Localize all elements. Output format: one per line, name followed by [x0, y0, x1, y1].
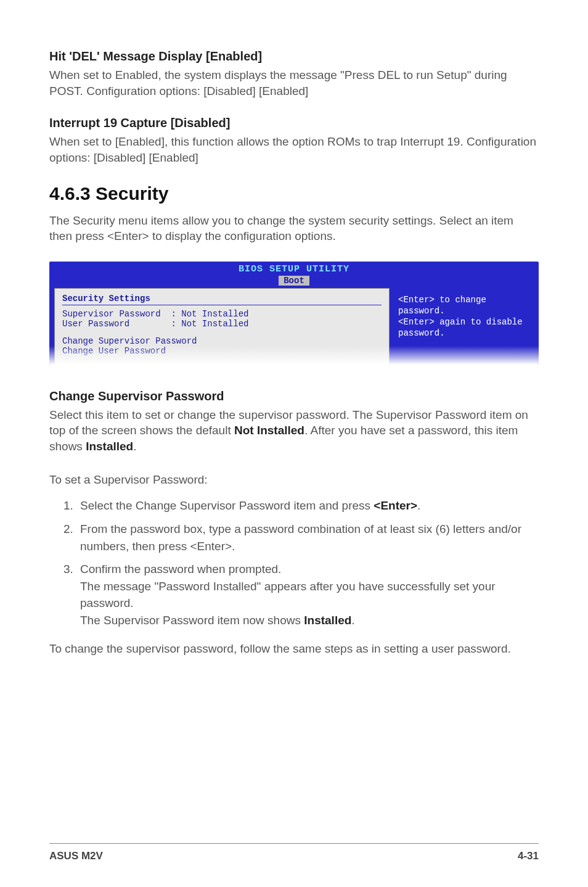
bold-enter: <Enter>	[374, 499, 417, 512]
body-interrupt-19: When set to [Enabled], this function all…	[49, 134, 539, 165]
bios-row-supervisor: Supervisor Password : Not Installed	[62, 309, 382, 319]
bios-value-supervisor: : Not Installed	[171, 309, 248, 319]
heading-security: 4.6.3 Security	[49, 183, 539, 204]
bios-panel: BIOS SETUP UTILITY Boot Security Setting…	[49, 262, 539, 365]
bios-divider	[62, 305, 382, 305]
text-frag: Confirm the password when prompted.	[80, 563, 281, 576]
bold-not-installed: Not Installed	[234, 424, 304, 437]
bios-label-user: User Password	[62, 319, 129, 329]
text-frag: The Supervisor Password item now shows	[80, 614, 304, 627]
step-3: Confirm the password when prompted. The …	[76, 561, 539, 629]
body-to-set: To set a Supervisor Password:	[49, 472, 539, 488]
text-frag: .	[351, 614, 354, 627]
footer-page-number: 4-31	[518, 850, 539, 862]
body-security: The Security menu items allow you to cha…	[49, 213, 539, 244]
bios-left-pane: Security Settings Supervisor Password : …	[54, 288, 390, 365]
steps-list: Select the Change Supervisor Password it…	[49, 497, 539, 629]
text-frag: The message "Password Installed" appears…	[80, 580, 496, 610]
text-frag: .	[417, 499, 420, 512]
page-footer: ASUS M2V 4-31	[49, 843, 539, 862]
bios-label-supervisor: Supervisor Password	[62, 309, 161, 319]
step-1: Select the Change Supervisor Password it…	[76, 497, 539, 514]
bios-help-pane: <Enter> to change password. <Enter> agai…	[392, 288, 534, 365]
heading-hit-del: Hit 'DEL' Message Display [Enabled]	[49, 49, 539, 64]
bios-tab-boot: Boot	[279, 276, 309, 286]
step-2: From the password box, type a password c…	[76, 521, 539, 555]
bios-row-change-supervisor: Change Supervisor Password	[62, 336, 382, 346]
body-hit-del: When set to Enabled, the system displays…	[49, 67, 539, 99]
text-frag: Select the Change Supervisor Password it…	[80, 499, 374, 512]
text-frag: .	[133, 440, 136, 453]
bios-title-bar: BIOS SETUP UTILITY Boot	[49, 262, 539, 286]
footer-product: ASUS M2V	[49, 850, 103, 862]
heading-interrupt-19: Interrupt 19 Capture [Disabled]	[49, 116, 539, 130]
bold-installed-2: Installed	[304, 614, 351, 627]
bios-row-change-user: Change User Password	[62, 346, 382, 356]
bios-row-user: User Password : Not Installed	[62, 319, 382, 329]
bios-title: BIOS SETUP UTILITY	[49, 264, 539, 274]
body-to-change: To change the supervisor password, follo…	[49, 641, 539, 657]
body-change-supervisor-1: Select this item to set or change the su…	[49, 407, 539, 455]
heading-change-supervisor: Change Supervisor Password	[49, 389, 539, 403]
bios-value-user: : Not Installed	[171, 319, 248, 329]
bios-body: Security Settings Supervisor Password : …	[49, 286, 539, 365]
bios-section-title: Security Settings	[62, 294, 382, 303]
bold-installed: Installed	[86, 440, 133, 453]
